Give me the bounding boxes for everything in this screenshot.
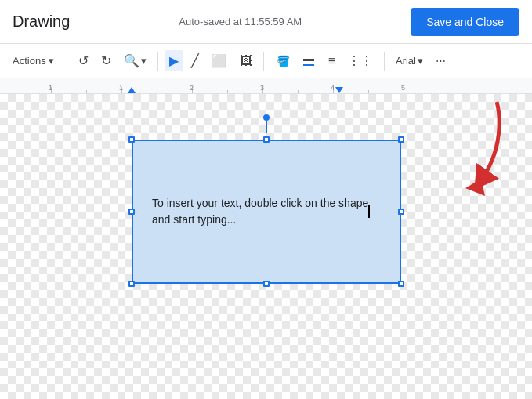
- image-tool-button[interactable]: 🖼: [235, 51, 257, 71]
- handle-bottom-left[interactable]: [128, 281, 135, 287]
- save-close-button[interactable]: Save and Close: [411, 8, 519, 36]
- toolbar: Actions ▾ ↺ ↻ 🔍 ▾ ▶ ╱ ⬜ 🖼 🪣 ≡ ⋮⋮: [0, 44, 532, 78]
- shape-icon: ⬜: [212, 53, 227, 68]
- text-align-button[interactable]: ≡: [324, 51, 340, 71]
- redo-button[interactable]: ↻: [96, 50, 116, 71]
- arrow-svg: [438, 94, 516, 196]
- svg-rect-1: [303, 59, 314, 61]
- shape-box[interactable]: To insert your text, double click on the…: [132, 140, 401, 284]
- canvas-area[interactable]: To insert your text, double click on the…: [0, 94, 532, 399]
- border-color-icon: [302, 54, 316, 68]
- font-label: Arial: [396, 55, 416, 67]
- more-options-button[interactable]: ⋯: [431, 52, 451, 70]
- svg-text:🪣: 🪣: [277, 55, 289, 68]
- ruler-marks: 1 1 2 3 4 5: [0, 78, 532, 93]
- undo-icon: ↺: [78, 53, 89, 68]
- toolbar-divider-3: [263, 52, 264, 71]
- arrow-annotation: [438, 94, 516, 196]
- handle-top-left[interactable]: [128, 136, 135, 143]
- actions-dropdown-icon: ▾: [49, 55, 54, 67]
- handle-bottom-right[interactable]: [398, 281, 404, 287]
- image-icon: 🖼: [240, 54, 252, 68]
- connector-line: [266, 121, 267, 133]
- ruler-indicator-left: [128, 87, 136, 93]
- font-selector-button[interactable]: Arial ▾: [391, 52, 428, 70]
- handle-middle-left[interactable]: [128, 209, 135, 215]
- shape-text: To insert your text, double click on the…: [139, 147, 393, 276]
- text-align-icon: ≡: [328, 54, 335, 68]
- select-icon: ▶: [169, 53, 179, 68]
- svg-marker-4: [465, 179, 485, 196]
- line-icon: ╱: [191, 53, 199, 68]
- paragraph-align-icon: ⋮⋮: [348, 53, 373, 68]
- svg-rect-2: [303, 64, 314, 66]
- ruler: 1 1 2 3 4 5: [0, 78, 532, 94]
- toolbar-divider-1: [67, 52, 67, 71]
- line-tool-button[interactable]: ╱: [186, 50, 204, 71]
- actions-label: Actions: [13, 55, 46, 67]
- handle-top-middle[interactable]: [263, 136, 270, 143]
- actions-menu-button[interactable]: Actions ▾: [6, 52, 60, 70]
- zoom-button[interactable]: 🔍 ▾: [119, 50, 151, 71]
- handle-top-right[interactable]: [398, 136, 404, 143]
- toolbar-divider-2: [157, 52, 158, 71]
- paragraph-align-button[interactable]: ⋮⋮: [343, 50, 378, 71]
- app-title: Drawing: [13, 13, 70, 31]
- handle-middle-right[interactable]: [398, 209, 404, 215]
- fill-color-icon: 🪣: [275, 54, 289, 68]
- header: Drawing Auto-saved at 11:55:59 AM Save a…: [0, 0, 532, 44]
- connector-dot: [263, 114, 270, 121]
- zoom-dropdown-icon: ▾: [141, 55, 147, 67]
- undo-button[interactable]: ↺: [74, 50, 93, 71]
- toolbar-divider-4: [384, 52, 385, 71]
- shape-tool-button[interactable]: ⬜: [207, 50, 232, 71]
- border-color-button[interactable]: [297, 51, 320, 71]
- redo-icon: ↻: [101, 53, 111, 68]
- shape-container[interactable]: To insert your text, double click on the…: [125, 133, 407, 290]
- handle-bottom-middle[interactable]: [263, 281, 270, 287]
- autosave-status: Auto-saved at 11:55:59 AM: [70, 16, 411, 27]
- select-tool-button[interactable]: ▶: [165, 50, 183, 71]
- fill-color-button[interactable]: 🪣: [270, 51, 294, 71]
- text-cursor: [368, 205, 370, 218]
- zoom-icon: 🔍: [124, 53, 139, 68]
- font-dropdown-icon: ▾: [418, 55, 423, 67]
- more-options-icon: ⋯: [436, 55, 446, 67]
